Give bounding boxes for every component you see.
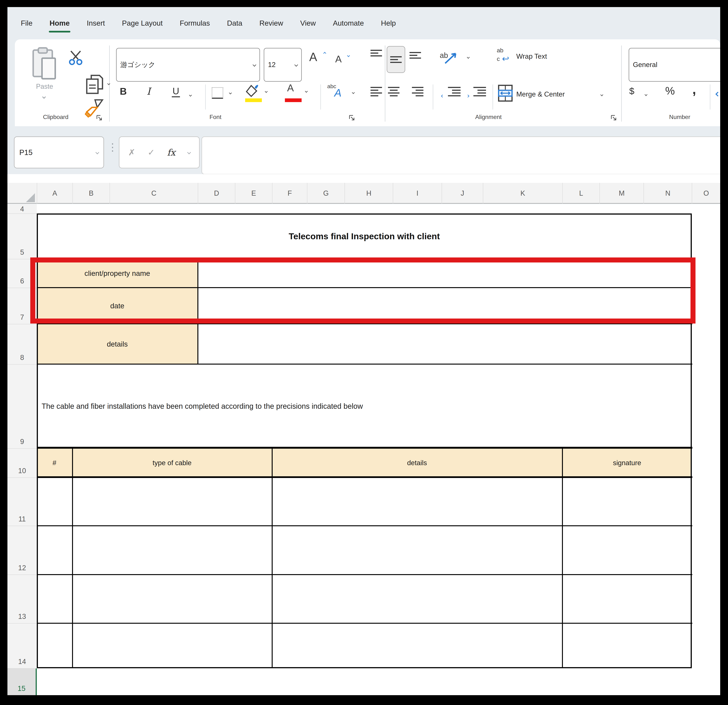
row-header-9[interactable]: 9 bbox=[7, 364, 37, 448]
enter-button[interactable]: ✓ bbox=[148, 147, 155, 157]
table-cell[interactable] bbox=[272, 526, 562, 575]
statement-cell[interactable]: The cable and fiber installations have b… bbox=[37, 364, 692, 448]
align-left-button[interactable] bbox=[371, 87, 384, 107]
tab-formulas[interactable]: Formulas bbox=[178, 19, 212, 27]
column-header-B[interactable]: B bbox=[72, 183, 110, 203]
table-header-details[interactable]: details bbox=[272, 448, 562, 477]
table-cell[interactable] bbox=[72, 526, 272, 575]
column-header-E[interactable]: E bbox=[235, 183, 272, 203]
decrease-font-button[interactable]: A bbox=[335, 53, 357, 78]
clipboard-dialog-launcher[interactable] bbox=[96, 114, 103, 121]
formula-input[interactable] bbox=[201, 137, 720, 174]
row-header-13[interactable]: 13 bbox=[7, 575, 37, 623]
table-cell[interactable] bbox=[37, 526, 72, 575]
bold-button[interactable]: B bbox=[120, 86, 134, 106]
paste-button[interactable]: Paste bbox=[28, 46, 61, 108]
table-cell[interactable] bbox=[562, 575, 692, 623]
column-header-F[interactable]: F bbox=[272, 183, 307, 203]
decrease-indent-button[interactable] bbox=[441, 87, 461, 107]
increase-font-button[interactable]: A bbox=[309, 50, 331, 76]
align-bottom-button[interactable] bbox=[409, 52, 423, 71]
increase-decimal-button[interactable] bbox=[715, 87, 720, 105]
align-center-button[interactable] bbox=[387, 87, 400, 107]
tab-page-layout[interactable]: Page Layout bbox=[120, 19, 165, 27]
font-size-combo[interactable]: 12 bbox=[264, 48, 302, 82]
tab-automate[interactable]: Automate bbox=[331, 19, 366, 27]
form-label-details[interactable]: details bbox=[37, 324, 198, 364]
tab-insert[interactable]: Insert bbox=[85, 19, 107, 27]
table-cell[interactable] bbox=[37, 623, 72, 668]
currency-button[interactable]: $ bbox=[629, 86, 653, 106]
row-header-12[interactable]: 12 bbox=[7, 526, 37, 575]
percent-button[interactable]: % bbox=[665, 85, 686, 105]
phonetic-button[interactable]: abc A bbox=[327, 83, 359, 109]
column-header-O[interactable]: O bbox=[692, 183, 720, 203]
table-cell[interactable] bbox=[562, 477, 692, 526]
column-header-K[interactable]: K bbox=[483, 183, 562, 203]
cut-button[interactable] bbox=[67, 49, 87, 68]
comma-style-button[interactable]: , bbox=[692, 82, 705, 102]
align-middle-icon bbox=[390, 56, 402, 63]
table-cell[interactable] bbox=[562, 526, 692, 575]
column-header-M[interactable]: M bbox=[599, 183, 643, 203]
table-cell[interactable] bbox=[562, 623, 692, 668]
sheet-title-cell[interactable]: Telecoms final Inspection with client bbox=[37, 213, 692, 259]
tab-file[interactable]: File bbox=[19, 19, 35, 27]
row-header-5[interactable]: 5 bbox=[7, 213, 37, 259]
font-name-combo[interactable]: 游ゴシック bbox=[116, 48, 260, 82]
table-cell[interactable] bbox=[37, 477, 72, 526]
fill-color-button[interactable] bbox=[245, 84, 271, 108]
italic-button[interactable]: I bbox=[147, 86, 160, 106]
table-cell[interactable] bbox=[72, 623, 272, 668]
row-header-8[interactable]: 8 bbox=[7, 324, 37, 364]
insert-function-button[interactable]: fx bbox=[167, 147, 175, 157]
table-header-type[interactable]: type of cable bbox=[72, 448, 272, 477]
table-header-number[interactable]: # bbox=[37, 448, 72, 477]
column-header-G[interactable]: G bbox=[307, 183, 345, 203]
column-header-H[interactable]: H bbox=[345, 183, 393, 203]
borders-button[interactable] bbox=[212, 87, 236, 106]
column-header-A[interactable]: A bbox=[37, 183, 72, 203]
font-dialog-launcher[interactable] bbox=[348, 114, 355, 121]
table-cell[interactable] bbox=[72, 477, 272, 526]
tab-home[interactable]: Home bbox=[48, 19, 72, 27]
column-header-L[interactable]: L bbox=[562, 183, 599, 203]
table-header-signature[interactable]: signature bbox=[562, 448, 692, 477]
wrap-text-button[interactable]: ab c ↩ Wrap Text bbox=[497, 48, 601, 71]
tab-data[interactable]: Data bbox=[225, 19, 244, 27]
table-cell[interactable] bbox=[272, 477, 562, 526]
table-cell[interactable] bbox=[37, 575, 72, 623]
column-header-D[interactable]: D bbox=[198, 183, 235, 203]
increase-indent-button[interactable] bbox=[467, 87, 486, 107]
table-cell[interactable] bbox=[272, 575, 562, 623]
underline-button[interactable]: U bbox=[172, 86, 196, 106]
copy-button[interactable] bbox=[85, 72, 114, 97]
row-header-14[interactable]: 14 bbox=[7, 623, 37, 668]
name-box[interactable]: P15 bbox=[14, 137, 104, 169]
column-header-N[interactable]: N bbox=[643, 183, 692, 203]
column-header-C[interactable]: C bbox=[110, 183, 198, 203]
tab-help[interactable]: Help bbox=[379, 19, 398, 27]
cancel-button[interactable]: ✗ bbox=[128, 147, 135, 157]
row-header-11[interactable]: 11 bbox=[7, 477, 37, 526]
table-cell[interactable] bbox=[72, 575, 272, 623]
align-middle-button[interactable] bbox=[387, 46, 405, 73]
merge-center-button[interactable]: Merge & Center bbox=[498, 85, 613, 108]
row-header-10[interactable]: 10 bbox=[7, 448, 37, 477]
column-header-J[interactable]: J bbox=[442, 183, 483, 203]
table-cell[interactable] bbox=[272, 623, 562, 668]
alignment-dialog-launcher[interactable] bbox=[610, 114, 617, 121]
number-format-combo[interactable]: General bbox=[628, 48, 720, 82]
form-value-details[interactable] bbox=[198, 324, 692, 364]
row-header-15-active[interactable]: 15 bbox=[7, 668, 37, 695]
font-color-button[interactable]: A bbox=[285, 83, 312, 108]
tab-view[interactable]: View bbox=[298, 19, 318, 27]
orientation-button[interactable]: ab bbox=[440, 48, 474, 72]
select-all-corner[interactable] bbox=[7, 183, 37, 203]
align-left-icon bbox=[371, 87, 384, 97]
column-header-I[interactable]: I bbox=[393, 183, 442, 203]
align-top-button[interactable] bbox=[371, 50, 384, 69]
align-right-button[interactable] bbox=[409, 87, 423, 107]
tab-review[interactable]: Review bbox=[257, 19, 285, 27]
row-header-4[interactable]: 4 bbox=[7, 204, 37, 213]
